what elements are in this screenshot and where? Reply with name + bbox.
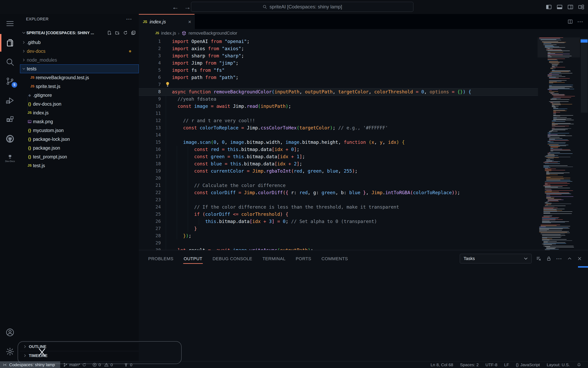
code-line-28[interactable]: 28 }); [139, 232, 536, 239]
workspace-section-header[interactable]: SPRITEAI [CODESPACES: SHINY ... [20, 29, 139, 37]
ports-indicator[interactable]: 0 [121, 361, 135, 368]
tree-item-dev-docs-json[interactable]: {}dev-docs.json [20, 100, 139, 108]
status-cursor-position[interactable]: Ln 8, Col 68 [427, 362, 457, 367]
tree-item-mask-png[interactable]: mask.png [20, 117, 139, 126]
command-center-search[interactable]: spriteAI [Codespaces: shiny lamp] [191, 2, 413, 12]
tree-item-tests[interactable]: tests [20, 64, 139, 73]
minimap[interactable] [538, 37, 580, 250]
activity-item-account[interactable] [0, 323, 20, 342]
tree-item-dev-docs[interactable]: dev-docs [20, 47, 139, 55]
activity-item-extensions[interactable] [0, 110, 20, 129]
code-line-27[interactable]: 27 } [139, 225, 536, 232]
new-file-button[interactable] [107, 30, 112, 35]
panel-tab-ports[interactable]: PORTS [295, 253, 312, 264]
code-editor[interactable]: 1import OpenAI from "openai";2import axi… [139, 37, 588, 250]
explorer-more-actions-icon[interactable]: ⋯ [126, 18, 132, 20]
editor-more-actions-icon[interactable]: ⋯ [577, 21, 584, 23]
activity-item-source-control[interactable]: 5 [0, 72, 20, 91]
panel-tab-output[interactable]: OUTPUT [183, 253, 202, 264]
code-line-29[interactable]: 29 [139, 239, 536, 247]
tab-close-icon[interactable]: × [188, 19, 191, 25]
code-line-17[interactable]: 17 const green = this.bitmap.data[idx + … [139, 153, 536, 160]
layout-panel-button[interactable] [556, 4, 563, 10]
clear-output-icon[interactable] [536, 256, 542, 261]
code-line-19[interactable]: 19 const currentColor = Jimp.rgbaToInt(r… [139, 167, 536, 175]
panel-tab-problems[interactable]: PROBLEMS [148, 253, 174, 264]
code-line-15[interactable]: 15 image.scan(0, 0, image.bitmap.width, … [139, 138, 536, 146]
git-branch-indicator[interactable]: main* [60, 361, 89, 368]
code-line-4[interactable]: 4import Jimp from "jimp"; [139, 59, 536, 67]
output-channel-select[interactable]: Tasks [460, 254, 532, 263]
code-line-11[interactable]: 11 [139, 110, 536, 117]
activity-item-explorer[interactable] [0, 33, 20, 52]
layout-customize-button[interactable] [578, 4, 584, 10]
status-indentation[interactable]: Spaces: 2 [457, 362, 482, 367]
code-line-16[interactable]: 16 const red = this.bitmap.data[idx + 0]… [139, 146, 536, 153]
split-editor-icon[interactable] [567, 18, 573, 25]
panel-tab-debug-console[interactable]: DEBUG CONSOLE [212, 253, 253, 264]
status-language-mode[interactable]: {}JavaScript [512, 362, 543, 367]
remote-indicator[interactable]: Codespaces: shiny lamp [0, 361, 60, 368]
nav-forward-button[interactable]: → [184, 3, 191, 11]
breadcrumb-symbol[interactable]: removeBackgroundColor [189, 31, 237, 36]
tree-item-node-modules[interactable]: node_modules [20, 55, 139, 64]
layout-sidebar-left-button[interactable] [546, 4, 552, 10]
code-line-8[interactable]: 8async function removeBackgroundColor(in… [139, 88, 536, 95]
collapse-all-button[interactable] [131, 30, 136, 35]
tab-index-js[interactable]: JS index.js × [139, 14, 195, 29]
code-line-23[interactable]: 23 [139, 196, 536, 203]
activity-item-run-debug[interactable] [0, 91, 20, 110]
lock-icon[interactable] [546, 256, 551, 261]
code-line-26[interactable]: 26 this.bitmap.data[idx + 3] = 0; // Set… [139, 218, 536, 225]
tree-item--github[interactable]: .github [20, 38, 139, 47]
code-line-13[interactable]: 13 const colorToReplace = Jimp.cssColorT… [139, 124, 536, 131]
tree-item-index-js[interactable]: JSindex.js [20, 108, 139, 117]
code-line-9[interactable]: 9 //yeah fdsatea [139, 95, 536, 103]
code-line-2[interactable]: 2import axios from "axios"; [139, 45, 536, 52]
nav-back-button[interactable]: ← [172, 3, 179, 11]
tree-item-package-json[interactable]: {}package.json [20, 144, 139, 152]
panel-more-actions-icon[interactable]: ⋯ [556, 258, 562, 260]
problems-indicator[interactable]: 0 0 [89, 361, 116, 368]
tree-item-test-prompt-json[interactable]: {}test_prompt.json [20, 152, 139, 161]
activity-item-settings[interactable] [0, 342, 20, 361]
breadcrumb-file[interactable]: index.js [161, 31, 176, 36]
tree-item-sprite-test-js[interactable]: JSsprite.test.js [20, 82, 139, 91]
tree-item-removebackground-test-js[interactable]: JSremoveBackground.test.js [20, 73, 139, 82]
code-line-7[interactable]: 7 [139, 81, 536, 88]
refresh-button[interactable] [123, 30, 128, 35]
tree-item--gitignore[interactable]: ◆.gitignore [20, 91, 139, 100]
code-line-1[interactable]: 1import OpenAI from "openai"; [139, 38, 536, 45]
code-line-3[interactable]: 3import sharp from "sharp"; [139, 52, 536, 59]
code-line-14[interactable]: 14 [139, 131, 536, 138]
maximize-panel-icon[interactable] [567, 256, 572, 261]
notifications-bell[interactable] [573, 362, 585, 367]
code-line-21[interactable]: 21 // Calculate the color difference [139, 182, 536, 189]
breadcrumb[interactable]: JS index.js › removeBackgroundColor [139, 29, 588, 37]
lightbulb-icon[interactable] [165, 81, 170, 87]
panel-tab-comments[interactable]: COMMENTS [321, 253, 348, 264]
status-eol[interactable]: LF [501, 362, 513, 367]
code-line-10[interactable]: 10 const image = await Jimp.read(inputPa… [139, 103, 536, 110]
status-keyboard-layout[interactable]: Layout: U.S. [543, 362, 573, 367]
activity-item-github[interactable] [0, 129, 20, 148]
panel-tab-terminal[interactable]: TERMINAL [262, 253, 286, 264]
tree-item-mycustom-json[interactable]: {}mycustom.json [20, 126, 139, 135]
activity-item-search[interactable] [0, 52, 20, 72]
code-line-6[interactable]: 6import path from "path"; [139, 74, 536, 81]
activity-item-menu[interactable] [0, 14, 20, 33]
code-line-25[interactable]: 25 if (colorDiff <= colorThreshold) { [139, 211, 536, 218]
status-encoding[interactable]: UTF-8 [482, 362, 501, 367]
code-line-30[interactable]: 30 let result = await image.writeAsync(o… [139, 247, 536, 250]
tree-item-package-lock-json[interactable]: {}package-lock.json [20, 135, 139, 144]
code-line-12[interactable]: 12 // r and t are very cool!! [139, 117, 536, 124]
code-line-24[interactable]: 24 // If the color difference is less th… [139, 203, 536, 211]
new-folder-button[interactable] [115, 30, 120, 35]
editor-scrollbar[interactable] [581, 38, 588, 113]
code-line-22[interactable]: 22 const colorDiff = Jimp.colorDiff({ r:… [139, 189, 536, 196]
code-line-5[interactable]: 5import fs from "fs" [139, 67, 536, 74]
tree-item-test-js[interactable]: JStest.js [20, 161, 139, 170]
activity-item-dev-docs[interactable]: Dev-Docs [0, 148, 20, 168]
close-panel-icon[interactable] [577, 256, 582, 261]
code-line-20[interactable]: 20 [139, 175, 536, 182]
